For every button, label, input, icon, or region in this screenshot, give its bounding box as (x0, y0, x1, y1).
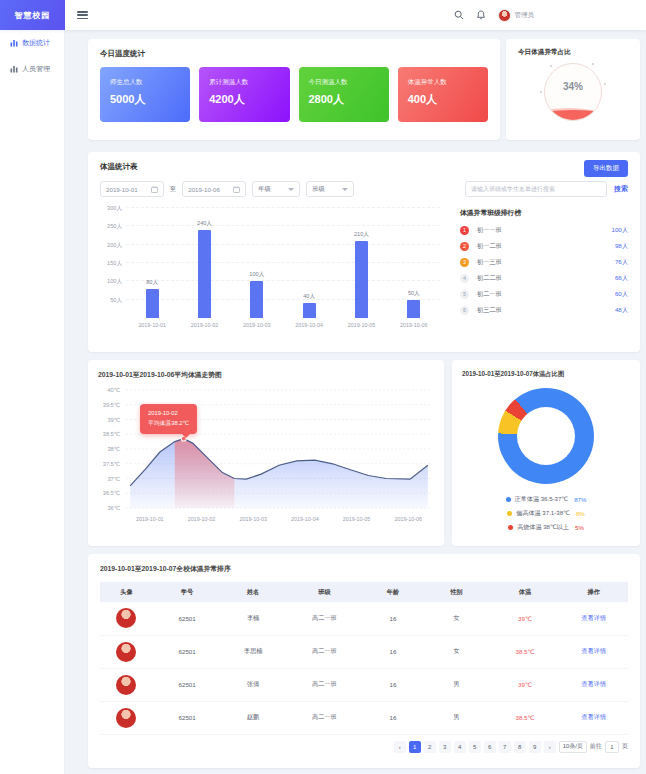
bar-xtick-label: 2019-10-04 (283, 318, 335, 328)
line-chart-title: 2019-10-01至2019-10-06平均体温走势图 (98, 370, 434, 380)
cell-student-id: 62501 (153, 701, 222, 734)
chart-tooltip: 2019-10-02 平均体温38.2℃ (140, 404, 197, 434)
page-number-button[interactable]: 7 (499, 741, 511, 753)
class-ranking-panel: 体温异常班级排行榜 1 初一一班 100人 2 初一二班 98人 (460, 208, 628, 318)
legend-label: 高烧体温 38℃以上 (517, 523, 569, 532)
ranking-list-item[interactable]: 1 初一一班 100人 (460, 222, 628, 238)
bar[interactable] (146, 289, 159, 318)
page-number-button[interactable]: 5 (469, 741, 481, 753)
cell-student-id: 62501 (153, 635, 222, 668)
next-page-button[interactable]: › (544, 741, 556, 753)
bar-xtick-label: 2019-10-01 (126, 318, 178, 328)
line-xtick-label: 2019-10-06 (382, 512, 434, 522)
ranking-list: 1 初一一班 100人 2 初一二班 98人 3 初一三班 76人 (460, 222, 628, 318)
bar-value-label: 210人 (354, 231, 369, 239)
ranking-list-item[interactable]: 5 初二一班 60人 (460, 286, 628, 302)
today-stats-card: 今日温度统计 师生总人数 5000人 累计测温人数 4200人 今日测温人数 2… (88, 39, 500, 140)
donut-chart-title: 2019-10-01至2019-10-07体温占比图 (462, 370, 630, 379)
stat-card-value: 2800人 (309, 92, 389, 107)
date-start-input[interactable]: 2019-10-01 (100, 181, 164, 197)
tooltip-value: 平均体温38.2℃ (148, 419, 189, 429)
class-select[interactable]: 班级 (306, 181, 354, 197)
bell-icon[interactable] (476, 10, 487, 21)
view-details-link[interactable]: 查看详情 (559, 602, 628, 635)
abnormal-students-table: 头像学号姓名班级年龄性别体温操作 62501 李楠 高二一班 16 女 39℃ … (100, 582, 628, 735)
bar[interactable] (303, 303, 316, 318)
main-content: 今日温度统计 师生总人数 5000人 累计测温人数 4200人 今日测温人数 2… (65, 30, 646, 774)
table-header-cell: 操作 (559, 582, 628, 602)
user-menu[interactable]: 管理员 (498, 9, 535, 22)
cell-name: 赵鹏 (221, 701, 284, 734)
bar[interactable] (250, 281, 263, 318)
cell-gender: 男 (422, 668, 491, 701)
line-xtick-label: 2019-10-04 (279, 512, 331, 522)
line-xtick-label: 2019-10-05 (331, 512, 383, 522)
page-number-button[interactable]: 4 (454, 741, 466, 753)
page-number-button[interactable]: 8 (514, 741, 526, 753)
ranking-list-item[interactable]: 2 初一二班 98人 (460, 238, 628, 254)
page-number-button[interactable]: 3 (439, 741, 451, 753)
line-ytick-label: 38.5℃ (103, 431, 120, 437)
legend-label: 正常体温 36.5-37℃ (515, 495, 569, 504)
app-logo: 智慧校园 (0, 0, 65, 30)
view-details-link[interactable]: 查看详情 (559, 668, 628, 701)
table-row[interactable]: 62501 赵鹏 高二一班 16 男 38.5℃ 查看详情 (100, 701, 628, 734)
line-ytick-label: 36.5℃ (103, 490, 120, 496)
line-ytick-label: 37.5℃ (103, 461, 120, 467)
page-number-button[interactable]: 1 (409, 741, 421, 753)
ranking-list-item[interactable]: 3 初一三班 76人 (460, 254, 628, 270)
gridline (126, 225, 440, 226)
stat-card-label: 体温异常人数 (408, 78, 488, 87)
search-icon[interactable] (454, 10, 465, 21)
stat-card-label: 师生总人数 (110, 78, 190, 87)
bar[interactable] (198, 230, 211, 318)
table-row[interactable]: 62501 李楠 高二一班 16 女 39℃ 查看详情 (100, 602, 628, 635)
ranking-title: 体温异常班级排行榜 (460, 208, 628, 218)
table-header-cell: 姓名 (221, 582, 284, 602)
bar-chart-x-axis: 2019-10-012019-10-022019-10-032019-10-04… (126, 318, 440, 328)
prev-page-button[interactable]: ‹ (394, 741, 406, 753)
legend-dot (507, 511, 512, 516)
page-size-select[interactable]: 10条/页 (559, 741, 587, 753)
view-details-link[interactable]: 查看详情 (559, 701, 628, 734)
view-details-link[interactable]: 查看详情 (559, 635, 628, 668)
table-row[interactable]: 62501 李思楠 高二一班 16 女 38.5℃ 查看详情 (100, 635, 628, 668)
legend-item[interactable]: 偏高体温 37.1-38℃ 8% (462, 506, 630, 520)
rank-class-name: 初一一班 (477, 226, 502, 235)
bar-value-label: 80人 (146, 279, 158, 287)
page-number-button[interactable]: 9 (529, 741, 541, 753)
grade-select[interactable]: 年级 (252, 181, 300, 197)
ranking-list-item[interactable]: 6 初三二班 48人 (460, 302, 628, 318)
bar[interactable] (407, 300, 420, 318)
sidebar-item[interactable]: 人员管理 (0, 56, 64, 82)
page-size-value: 10条/页 (563, 742, 583, 751)
calendar-icon (233, 186, 240, 193)
search-button[interactable]: 搜索 (614, 184, 628, 194)
table-row[interactable]: 62501 张倩 高二一班 16 男 39℃ 查看详情 (100, 668, 628, 701)
rank-value: 100人 (611, 226, 628, 235)
cell-student-id: 62501 (153, 668, 222, 701)
sidebar-item[interactable]: 数据统计 (0, 30, 64, 56)
page-number-button[interactable]: 6 (484, 741, 496, 753)
cell-name: 张倩 (221, 668, 284, 701)
page-number-button[interactable]: 2 (424, 741, 436, 753)
grade-select-value: 年级 (258, 185, 270, 194)
cell-name: 李楠 (221, 602, 284, 635)
stat-card: 师生总人数 5000人 (100, 67, 190, 122)
export-data-button[interactable]: 导出数据 (584, 160, 628, 177)
jump-page-input[interactable]: 1 (605, 741, 619, 753)
bar[interactable] (355, 241, 368, 318)
ranking-list-item[interactable]: 4 初二二班 66人 (460, 270, 628, 286)
rank-class-name: 初二一班 (477, 290, 502, 299)
stats-table-title: 体温统计表 (100, 162, 628, 172)
stat-card-value: 400人 (408, 92, 488, 107)
cell-student-id: 62501 (153, 602, 222, 635)
rank-class-name: 初二二班 (477, 274, 502, 283)
today-stats-title: 今日温度统计 (100, 49, 488, 59)
date-end-input[interactable]: 2019-10-06 (182, 181, 246, 197)
search-input[interactable] (465, 181, 607, 197)
legend-item[interactable]: 高烧体温 38℃以上 5% (462, 520, 630, 534)
legend-item[interactable]: 正常体温 36.5-37℃ 87% (462, 492, 630, 506)
user-avatar (498, 9, 511, 22)
hamburger-menu-icon[interactable] (77, 11, 88, 19)
